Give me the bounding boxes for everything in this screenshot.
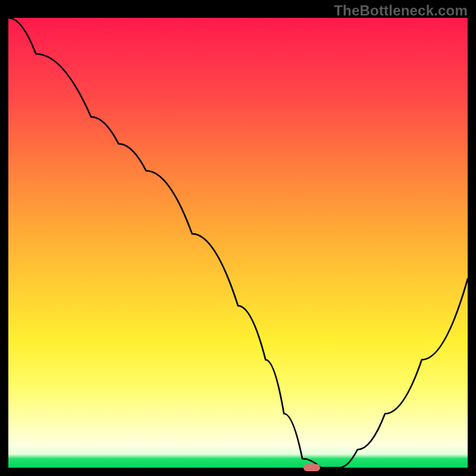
watermark-text: TheBottleneck.com (334, 2, 468, 19)
min-marker (303, 464, 320, 471)
chart-frame: TheBottleneck.com (0, 0, 476, 476)
curve-path (8, 18, 468, 468)
curve-svg (8, 18, 468, 468)
plot-area (8, 18, 468, 468)
